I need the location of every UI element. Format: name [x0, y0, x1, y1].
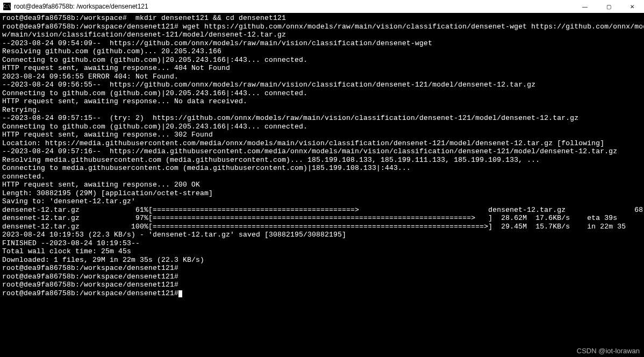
- terminal-line: Connecting to github.com (github.com)|20…: [2, 89, 642, 98]
- terminal-line: --2023-08-24 09:56:55-- https://github.c…: [2, 81, 642, 89]
- terminal-line: HTTP request sent, awaiting response... …: [2, 181, 642, 189]
- terminal-line: FINISHED --2023-08-24 10:19:53--: [2, 239, 642, 248]
- minimize-button[interactable]: —: [573, 0, 597, 13]
- terminal-line: root@dea9fa86758b:/workspace/densenet121…: [2, 264, 642, 273]
- terminal-line: HTTP request sent, awaiting response... …: [2, 64, 642, 73]
- terminal-line: root@dea9fa86758b:/workspace/densenet121…: [2, 23, 642, 31]
- window-title: root@dea9fa86758b: /workspace/densenet12…: [14, 3, 148, 10]
- terminal-line: densenet-12.tar.gz 100%[================…: [2, 223, 642, 231]
- terminal-line: densenet-12.tar.gz 97%[=================…: [2, 214, 642, 223]
- terminal-line: --2023-08-24 09:57:15-- (try: 2) https:/…: [2, 114, 642, 123]
- terminal-line: w/main/vision/classification/densenet-12…: [2, 31, 642, 39]
- terminal-line: 2023-08-24 10:19:53 (22.3 KB/s) - 'dense…: [2, 231, 642, 239]
- terminal-line: HTTP request sent, awaiting response... …: [2, 97, 642, 106]
- terminal-line: HTTP request sent, awaiting response... …: [2, 131, 642, 139]
- terminal-line: root@dea9fa86758b:/workspace/densenet121…: [2, 289, 642, 298]
- terminal-line: Connecting to github.com (github.com)|20…: [2, 123, 642, 131]
- window-titlebar: C:\ root@dea9fa86758b: /workspace/densen…: [0, 0, 644, 13]
- terminal-line: --2023-08-24 09:57:16-- https://media.gi…: [2, 147, 642, 156]
- terminal-line: Location: https://media.githubuserconten…: [2, 139, 642, 148]
- terminal-line: Connecting to github.com (github.com)|20…: [2, 56, 642, 65]
- close-button[interactable]: ✕: [620, 0, 644, 13]
- terminal-line: Downloaded: 1 files, 29M in 22m 35s (22.…: [2, 256, 642, 265]
- terminal-line: Resolving github.com (github.com)... 20.…: [2, 47, 642, 56]
- terminal-line: --2023-08-24 09:54:09-- https://github.c…: [2, 39, 642, 48]
- terminal-output[interactable]: root@dea9fa86758b:/workspace# mkdir dens…: [0, 13, 644, 298]
- terminal-line: root@dea9fa86758b:/workspace/densenet121…: [2, 273, 642, 281]
- terminal-line: root@dea9fa86758b:/workspace# mkdir dens…: [2, 14, 642, 23]
- cursor: [178, 290, 182, 297]
- terminal-line: Resolving media.githubusercontent.com (m…: [2, 156, 642, 165]
- terminal-line: Retrying.: [2, 106, 642, 115]
- terminal-line: Connecting to media.githubusercontent.co…: [2, 164, 642, 173]
- terminal-line: connected.: [2, 173, 642, 181]
- terminal-line: Saving to: 'densenet-12.tar.gz': [2, 197, 642, 206]
- terminal-line: root@dea9fa86758b:/workspace/densenet121…: [2, 281, 642, 289]
- terminal-line: 2023-08-24 09:56:55 ERROR 404: Not Found…: [2, 73, 642, 81]
- maximize-button[interactable]: ▢: [597, 0, 620, 13]
- terminal-line: Length: 30882195 (29M) [application/octe…: [2, 189, 642, 198]
- terminal-icon: C:\: [3, 3, 11, 10]
- terminal-line: Total wall clock time: 25m 45s: [2, 247, 642, 256]
- watermark-text: CSDN @iot-lorawan: [577, 347, 640, 355]
- terminal-line: densenet-12.tar.gz 61%[=================…: [2, 206, 642, 215]
